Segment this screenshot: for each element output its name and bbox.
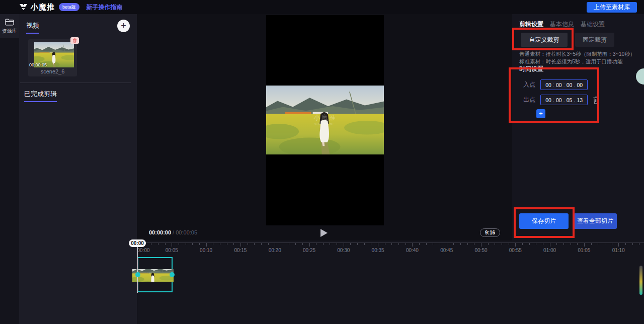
view-all-slices-button[interactable]: 查看全部切片 <box>574 213 617 229</box>
add-time-range-button[interactable]: + <box>536 109 545 118</box>
tab-completed-clips[interactable]: 已完成剪辑 <box>24 90 57 102</box>
resource-panel-header: 视频 + <box>19 14 137 37</box>
ruler-tick <box>337 243 337 245</box>
ruler-tick-label: 00:10 <box>200 248 212 253</box>
ruler-tick <box>371 243 371 245</box>
ruler-tick <box>275 243 275 247</box>
tab-basic-settings[interactable]: 基础设置 <box>581 20 605 29</box>
upload-to-library-button[interactable]: 上传至素材库 <box>587 2 637 13</box>
ruler-tick <box>220 243 220 245</box>
ruler-tick <box>391 243 392 245</box>
ruler-tick <box>605 243 605 245</box>
resource-library-label: 资源库 <box>2 28 17 35</box>
ruler-tick <box>254 243 255 245</box>
ruler-tick-label: 00:20 <box>269 248 281 253</box>
ruler-tick <box>556 243 557 245</box>
tab-video[interactable]: 视频 <box>26 21 39 34</box>
ruler-tick <box>398 243 399 245</box>
ruler-tick <box>481 243 481 247</box>
time-segment[interactable]: 00 <box>544 82 553 88</box>
playhead-bubble[interactable]: 00:00 <box>129 239 146 247</box>
time-segment[interactable]: 00 <box>544 97 553 103</box>
ruler-tick <box>564 243 564 245</box>
ruler-tick <box>571 243 571 245</box>
video-duration-badge: 00:00:05 <box>29 62 47 67</box>
ruler-tick <box>618 243 619 247</box>
preview-frame: 小魔推 短视频营销推广 <box>266 15 384 225</box>
in-point-input[interactable]: 00:00:00.00 <box>540 79 588 90</box>
ruler-tick-label: 00:40 <box>406 248 419 253</box>
ruler-tick <box>467 243 468 245</box>
tab-basic-info[interactable]: 基本信息 <box>550 20 574 29</box>
ruler-tick <box>474 243 474 245</box>
time-segment[interactable]: 05 <box>565 97 574 103</box>
ruler-tick <box>151 243 151 245</box>
fixed-crop-button[interactable]: 固定裁剪 <box>575 33 614 47</box>
beginner-guide-link[interactable]: 新手操作指南 <box>87 3 123 12</box>
time-segment[interactable]: 00 <box>554 97 564 103</box>
save-slice-button[interactable]: 保存切片 <box>519 213 569 229</box>
sidebar-item-resource-library[interactable]: 资源库 <box>0 14 19 38</box>
ruler-tick-label: 01:05 <box>578 248 590 253</box>
current-time: 00:00:00 <box>149 229 171 235</box>
ruler-tick <box>502 243 502 245</box>
time-segment[interactable]: 13 <box>575 97 584 103</box>
ruler-tick <box>584 243 585 247</box>
ruler-tick <box>577 243 578 245</box>
ruler-tick-label: 00:00 <box>137 248 149 253</box>
custom-crop-button[interactable]: 自定义裁剪 <box>521 33 568 47</box>
settings-tabs: 剪辑设置 基本信息 基础设置 <box>519 20 605 29</box>
video-card[interactable]: 00:00:05 scene2_6 <box>28 39 77 76</box>
ruler-tick <box>330 243 330 245</box>
timeline-ruler[interactable]: 00:0000:0500:1000:1500:2000:2500:3000:35… <box>137 242 644 256</box>
ruler-tick-label: 00:50 <box>474 248 487 253</box>
time-segment[interactable]: 00 <box>575 82 584 88</box>
app-logo-icon <box>19 3 28 11</box>
app-logo: 小魔推 beta版 <box>19 3 79 12</box>
ruler-tick-label: 00:45 <box>440 248 453 253</box>
ruler-tick <box>302 243 303 245</box>
ruler-tick <box>192 243 193 245</box>
timeline-scrollbar[interactable] <box>639 266 642 295</box>
aspect-ratio-badge[interactable]: 9:16 <box>480 228 500 237</box>
panel-divider <box>20 83 131 83</box>
folder-icon <box>5 18 14 26</box>
clip-trim-handle-left[interactable] <box>135 272 140 277</box>
add-video-button[interactable]: + <box>117 20 130 32</box>
ruler-tick <box>550 243 550 247</box>
ruler-tick <box>406 243 406 245</box>
delete-video-icon[interactable] <box>70 37 79 44</box>
out-point-row: 出点 00:00:05.13 <box>523 95 600 105</box>
ruler-tick-label: 01:10 <box>612 248 625 253</box>
app-root: 小魔推 beta版 新手操作指南 上传至素材库 资源库 视频 + <box>0 0 644 324</box>
ruler-tick <box>282 243 282 245</box>
ruler-tick <box>268 243 269 245</box>
ruler-tick <box>453 243 454 245</box>
play-button[interactable] <box>317 227 329 238</box>
delete-outpoint-icon[interactable] <box>593 96 600 104</box>
video-name: scene2_6 <box>28 68 77 74</box>
time-segment[interactable]: 00 <box>554 82 564 88</box>
timeline: 00:0000:0500:1000:1500:2000:2500:3000:35… <box>137 240 644 324</box>
out-point-input[interactable]: 00:00:05.13 <box>540 95 588 105</box>
ruler-tick <box>357 243 358 245</box>
timeline-clip[interactable] <box>137 257 173 292</box>
ruler-tick <box>172 243 172 247</box>
ruler-tick <box>295 243 296 245</box>
ruler-tick <box>522 243 523 245</box>
ruler-tick <box>179 243 179 245</box>
ruler-tick <box>364 243 365 245</box>
ruler-tick <box>612 243 612 245</box>
ruler-tick <box>378 243 378 247</box>
app-title: 小魔推 <box>31 3 55 12</box>
clip-trim-handle-right[interactable] <box>170 272 175 277</box>
time-display: 00:00:00 / 00:00:05 <box>149 229 197 235</box>
tab-edit-settings[interactable]: 剪辑设置 <box>519 20 543 29</box>
playhead[interactable]: 00:00 <box>137 240 138 293</box>
ruler-tick <box>227 243 227 245</box>
ruler-tick <box>447 243 447 247</box>
ruler-tick <box>385 243 385 245</box>
time-segment[interactable]: 00 <box>565 82 574 88</box>
top-bar: 小魔推 beta版 新手操作指南 上传至素材库 <box>0 0 644 14</box>
ruler-tick <box>186 243 186 245</box>
